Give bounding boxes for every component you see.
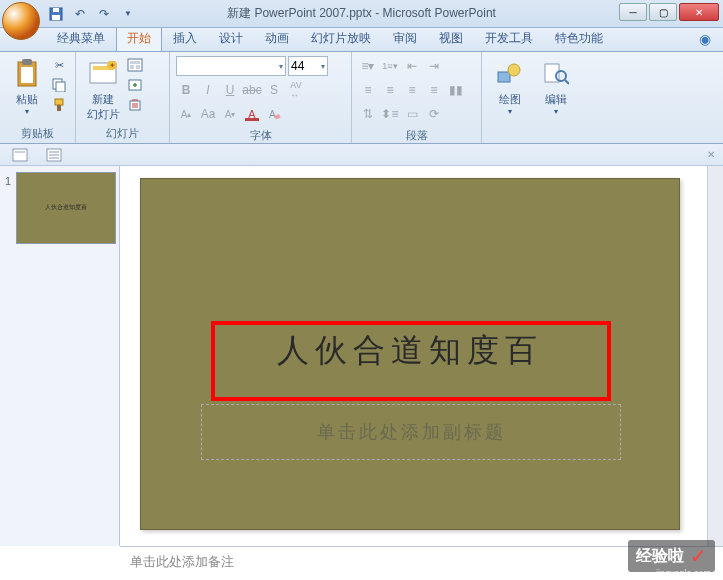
smartart-button[interactable]: ⟳ — [424, 104, 444, 124]
highlight-box — [211, 321, 611, 401]
layout-icon[interactable] — [126, 56, 144, 74]
minimize-button[interactable]: ─ — [619, 3, 647, 21]
delete-slide-icon[interactable] — [126, 96, 144, 114]
slide-number: 1 — [5, 175, 11, 187]
svg-line-26 — [565, 80, 569, 84]
font-color-button[interactable]: A — [242, 104, 262, 124]
office-button[interactable] — [2, 2, 40, 40]
svg-rect-27 — [13, 149, 27, 161]
font-size-combo[interactable]: 44▾ — [288, 56, 328, 76]
tab-animation[interactable]: 动画 — [254, 25, 300, 51]
underline-button[interactable]: U — [220, 80, 240, 100]
paste-button[interactable]: 粘贴 ▾ — [6, 56, 48, 118]
char-spacing-button[interactable]: AV↔ — [286, 80, 306, 100]
bullets-button[interactable]: ≡▾ — [358, 56, 378, 76]
tab-design[interactable]: 设计 — [208, 25, 254, 51]
svg-rect-15 — [130, 61, 140, 64]
shapes-icon — [494, 58, 526, 90]
svg-rect-16 — [130, 65, 134, 69]
svg-rect-22 — [498, 72, 510, 82]
watermark-url: jingyanla.com — [656, 568, 711, 578]
strikethrough-button[interactable]: abc — [242, 80, 262, 100]
copy-icon[interactable] — [50, 76, 68, 94]
outline-view-button[interactable] — [6, 146, 34, 164]
slides-group-label: 幻灯片 — [82, 124, 163, 141]
numbering-button[interactable]: 1≡▾ — [380, 56, 400, 76]
decrease-indent-button[interactable]: ⇤ — [402, 56, 422, 76]
tab-insert[interactable]: 插入 — [162, 25, 208, 51]
svg-rect-9 — [57, 105, 61, 111]
justify-button[interactable]: ≡ — [424, 80, 444, 100]
bold-button[interactable]: B — [176, 80, 196, 100]
svg-rect-17 — [136, 65, 140, 69]
italic-button[interactable]: I — [198, 80, 218, 100]
slide-editor: 人伙合道知度百 单击此处添加副标题 — [120, 166, 723, 546]
svg-rect-2 — [53, 8, 59, 12]
tab-special[interactable]: 特色功能 — [544, 25, 614, 51]
change-case-button[interactable]: Aa — [198, 104, 218, 124]
tab-classic-menu[interactable]: 经典菜单 — [46, 25, 116, 51]
reset-icon[interactable] — [126, 76, 144, 94]
tab-view[interactable]: 视图 — [428, 25, 474, 51]
subtitle-placeholder[interactable]: 单击此处添加副标题 — [201, 404, 621, 460]
format-painter-icon[interactable] — [50, 96, 68, 114]
new-slide-icon: ✦ — [87, 58, 119, 90]
align-center-button[interactable]: ≡ — [380, 80, 400, 100]
align-left-button[interactable]: ≡ — [358, 80, 378, 100]
grow-font-button[interactable]: A▴ — [176, 104, 196, 124]
clipboard-group-label: 剪贴板 — [6, 124, 69, 141]
svg-rect-8 — [55, 99, 63, 105]
font-group-label: 字体 — [176, 126, 345, 143]
svg-text:A: A — [269, 109, 276, 120]
font-family-combo[interactable]: ▾ — [176, 56, 286, 76]
columns-button[interactable]: ▮▮ — [446, 80, 466, 100]
find-icon — [540, 58, 572, 90]
svg-text:✦: ✦ — [109, 61, 116, 70]
slides-view-button[interactable] — [40, 146, 68, 164]
slide-thumbnail-1[interactable]: 1 人伙合道知度百 — [16, 172, 116, 244]
svg-point-23 — [508, 64, 520, 76]
tab-slideshow[interactable]: 幻灯片放映 — [300, 25, 382, 51]
save-icon[interactable] — [46, 4, 66, 24]
panel-close-icon[interactable]: ✕ — [707, 149, 715, 160]
increase-indent-button[interactable]: ⇥ — [424, 56, 444, 76]
slide-thumbnail-panel: 1 人伙合道知度百 — [0, 166, 120, 546]
cut-icon[interactable]: ✂ — [50, 56, 68, 74]
clear-format-button[interactable]: A — [264, 104, 284, 124]
check-icon: ✓ — [690, 544, 707, 568]
text-direction-button[interactable]: ⇅ — [358, 104, 378, 124]
svg-rect-7 — [56, 82, 65, 92]
scrollbar-vertical[interactable] — [707, 166, 723, 546]
close-button[interactable]: ✕ — [679, 3, 719, 21]
align-text-button[interactable]: ▭ — [402, 104, 422, 124]
tab-review[interactable]: 审阅 — [382, 25, 428, 51]
svg-rect-1 — [52, 15, 60, 20]
paragraph-group-label: 段落 — [358, 126, 475, 143]
slide-canvas[interactable]: 人伙合道知度百 单击此处添加副标题 — [140, 178, 680, 530]
svg-rect-5 — [21, 67, 33, 83]
redo-icon[interactable]: ↷ — [94, 4, 114, 24]
drawing-button[interactable]: 绘图 ▾ — [488, 56, 532, 118]
new-slide-button[interactable]: ✦ 新建 幻灯片 — [82, 56, 124, 124]
editing-button[interactable]: 编辑 ▾ — [534, 56, 578, 118]
shadow-button[interactable]: S — [264, 80, 284, 100]
qat-dropdown-icon[interactable]: ▼ — [118, 4, 138, 24]
undo-icon[interactable]: ↶ — [70, 4, 90, 24]
clipboard-icon — [11, 58, 43, 90]
shrink-font-button[interactable]: A▾ — [220, 104, 240, 124]
tab-developer[interactable]: 开发工具 — [474, 25, 544, 51]
help-icon[interactable]: ◉ — [695, 27, 715, 51]
svg-rect-4 — [22, 59, 32, 65]
line-spacing-button[interactable]: ⬍≡ — [380, 104, 400, 124]
window-title: 新建 PowerPoint 2007.pptx - Microsoft Powe… — [227, 5, 496, 22]
svg-rect-28 — [15, 151, 25, 153]
maximize-button[interactable]: ▢ — [649, 3, 677, 21]
align-right-button[interactable]: ≡ — [402, 80, 422, 100]
tab-home[interactable]: 开始 — [116, 25, 162, 51]
